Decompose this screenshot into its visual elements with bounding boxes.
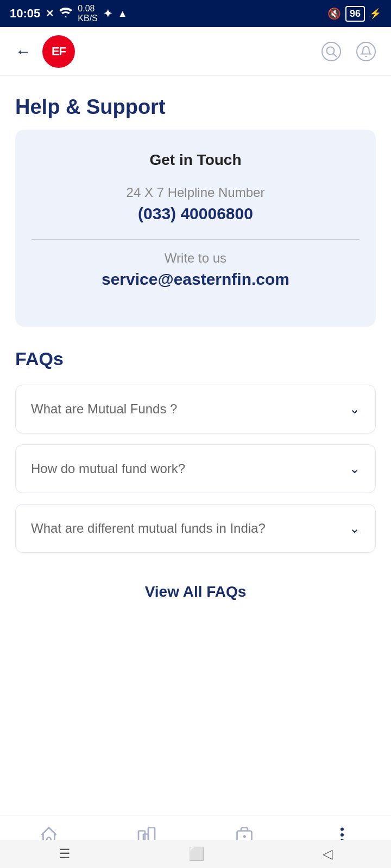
page-title: Help & Support	[0, 76, 391, 130]
notification-bell-button[interactable]	[356, 42, 376, 61]
time: 10:05	[10, 7, 40, 21]
search-button[interactable]	[321, 42, 341, 61]
svg-point-8	[340, 828, 344, 831]
system-back-button[interactable]: ◁	[323, 846, 332, 861]
logo-text: EF	[52, 44, 66, 59]
bluetooth-icon: ✦	[103, 7, 112, 20]
faqs-section: FAQs What are Mutual Funds ? ⌄ How do mu…	[0, 348, 391, 553]
status-right: 🔇 96 ⚡	[327, 6, 381, 22]
system-home-button[interactable]: ⬜	[188, 846, 205, 861]
email-section: Write to us service@easternfin.com	[31, 251, 360, 289]
faq-question-2: How do mutual fund work?	[31, 461, 340, 476]
app-logo: EF	[42, 35, 75, 68]
helpline-section: 24 X 7 Helpline Number (033) 40006800	[31, 185, 360, 223]
touch-card: Get in Touch 24 X 7 Helpline Number (033…	[15, 130, 376, 327]
faqs-title: FAQs	[15, 348, 376, 369]
card-divider	[31, 239, 360, 240]
view-all-faqs-button[interactable]: View All FAQs	[0, 564, 391, 611]
data-speed: 0.08KB/S	[78, 4, 97, 23]
system-nav: ☰ ⬜ ◁	[0, 840, 391, 868]
helpline-number[interactable]: (033) 40006800	[31, 205, 360, 223]
back-button[interactable]: ←	[15, 42, 31, 61]
faq-question-3: What are different mutual funds in India…	[31, 521, 340, 536]
helpline-label: 24 X 7 Helpline Number	[31, 185, 360, 200]
faq-chevron-1: ⌄	[349, 401, 360, 417]
charging-icon: ⚡	[369, 8, 381, 20]
svg-point-9	[340, 833, 344, 837]
faq-item-3[interactable]: What are different mutual funds in India…	[15, 504, 376, 553]
top-nav: ← EF	[0, 27, 391, 76]
nav-right	[321, 42, 376, 61]
svg-line-1	[333, 54, 337, 57]
faq-question-1: What are Mutual Funds ?	[31, 401, 340, 417]
nav-left: ← EF	[15, 35, 75, 68]
status-bar: 10:05 ✕ 0.08KB/S ✦ ▲ 🔇 96 ⚡	[0, 0, 391, 27]
notification-icon: ▲	[118, 8, 128, 20]
faq-item-1[interactable]: What are Mutual Funds ? ⌄	[15, 385, 376, 433]
svg-point-0	[327, 47, 335, 54]
sim-icon: ✕	[46, 8, 54, 20]
mute-icon: 🔇	[327, 7, 341, 20]
write-to-us-label: Write to us	[31, 251, 360, 266]
status-left: 10:05 ✕ 0.08KB/S ✦ ▲	[10, 4, 128, 23]
wifi-icon	[59, 7, 72, 21]
email-address[interactable]: service@easternfin.com	[31, 270, 360, 289]
battery: 96	[345, 6, 365, 22]
system-menu-button[interactable]: ☰	[59, 846, 71, 861]
faq-chevron-2: ⌄	[349, 461, 360, 476]
faq-item-2[interactable]: How do mutual fund work? ⌄	[15, 444, 376, 493]
touch-card-title: Get in Touch	[31, 151, 360, 169]
faq-chevron-3: ⌄	[349, 521, 360, 536]
